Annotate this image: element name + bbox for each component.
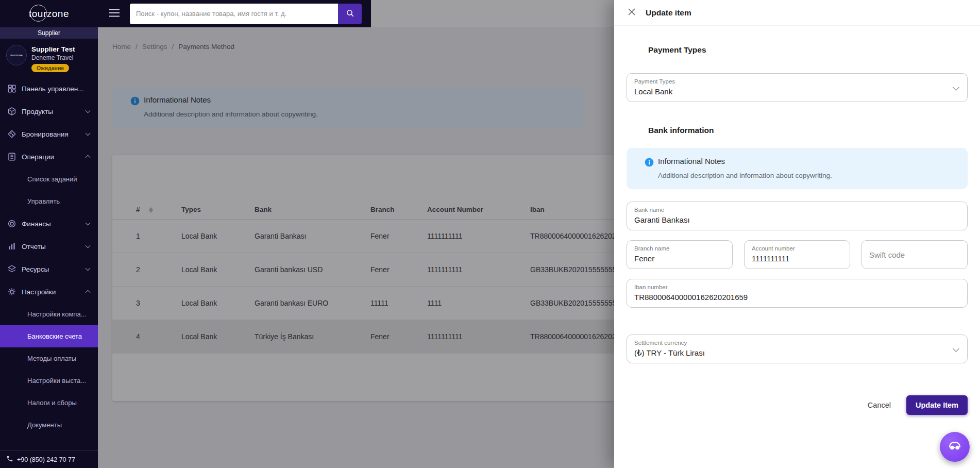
layers-icon: [7, 264, 16, 274]
phone-icon: [6, 455, 13, 464]
sidebar-item-dashboard[interactable]: Панель управлен...: [0, 77, 98, 100]
branch-name-field[interactable]: Branch name: [627, 240, 733, 269]
drawer-info-alert: Informational Notes Additional descripti…: [627, 148, 968, 189]
branch-name-input[interactable]: [634, 254, 725, 263]
sidebar-item-reports[interactable]: Отчеты: [0, 235, 98, 258]
sidebar-item-operations[interactable]: Операции: [0, 145, 98, 168]
bank-name-field[interactable]: Bank name: [627, 202, 968, 230]
sidebar-item-taxes-fees[interactable]: Налоги и сборы: [0, 392, 98, 414]
menu-toggle-button[interactable]: [107, 7, 122, 21]
bar-chart-icon: [7, 242, 16, 251]
drawer-title: Update item: [646, 8, 691, 18]
global-search: [130, 4, 362, 24]
package-icon: [7, 107, 16, 116]
bank-detail-row: Branch name Account number: [627, 240, 968, 269]
sidebar-item-invoice-settings[interactable]: Настройки выста...: [0, 370, 98, 392]
chevron-down-icon: [86, 131, 91, 136]
update-item-drawer: Update item Payment Types Payment Types …: [614, 0, 980, 468]
portal-label: Supplier: [0, 27, 98, 39]
alert-description: Additional description and information a…: [658, 171, 832, 181]
chevron-down-icon: [86, 266, 91, 271]
sidebar-item-manage[interactable]: Управлять: [0, 190, 98, 212]
bank-name-input[interactable]: [634, 215, 960, 224]
profile-name: Supplier Test: [31, 45, 75, 54]
account-number-input[interactable]: [752, 254, 842, 263]
drawer-header: Update item: [614, 0, 980, 26]
brand-logo: tourzone: [0, 0, 98, 27]
avatar: tourzone: [6, 45, 27, 65]
task-list-icon: [7, 152, 16, 161]
sidebar-item-task-list[interactable]: Список заданий: [0, 168, 98, 190]
sidebar-item-payment-methods[interactable]: Методы оплаты: [0, 347, 98, 370]
drawer-actions: Cancel Update Item: [627, 395, 968, 415]
sidebar-item-bank-accounts[interactable]: Банковские счета: [0, 325, 98, 347]
sidebar-item-company-settings[interactable]: Настройки компа...: [0, 303, 98, 325]
logo-ring-icon: [30, 5, 47, 22]
profile-company: Deneme Travel: [31, 54, 75, 62]
section-payment-types: Payment Types: [627, 45, 968, 55]
payment-types-value: Local Bank: [634, 87, 960, 96]
sidebar-item-bookings[interactable]: Бронирования: [0, 123, 98, 145]
sidebar-item-resources[interactable]: Ресурсы: [0, 258, 98, 280]
settlement-currency-value: (₺) TRY - Türk Lirası: [634, 348, 960, 358]
settlement-currency-select[interactable]: Settlement currency (₺) TRY - Türk Liras…: [627, 335, 968, 363]
iban-number-input[interactable]: [634, 293, 960, 302]
search-button[interactable]: [338, 4, 362, 24]
update-item-button[interactable]: Update Item: [906, 395, 968, 415]
swift-code-input[interactable]: [869, 250, 960, 259]
menu-icon: [109, 9, 120, 19]
info-icon: [644, 157, 654, 170]
sidebar-item-settings[interactable]: Настройки: [0, 280, 98, 303]
gear-icon: [7, 287, 16, 296]
close-icon: [628, 8, 635, 17]
search-input[interactable]: [130, 4, 338, 24]
chevron-up-icon: [86, 155, 91, 160]
account-number-field[interactable]: Account number: [744, 240, 850, 269]
alert-title: Informational Notes: [658, 156, 832, 166]
goggles-icon: [947, 439, 962, 456]
chevron-down-icon: [86, 221, 91, 226]
support-phone[interactable]: +90 (850) 242 70 77: [0, 450, 98, 468]
status-badge: Ожидание: [31, 64, 69, 72]
sidebar-item-products[interactable]: Продукты: [0, 100, 98, 123]
close-button[interactable]: [626, 6, 638, 20]
sidebar-item-finance[interactable]: Финансы: [0, 212, 98, 235]
payment-types-select[interactable]: Payment Types Local Bank: [627, 73, 968, 102]
ticket-icon: [7, 129, 16, 139]
feedback-widget-button[interactable]: [940, 432, 970, 462]
chevron-up-icon: [86, 290, 91, 295]
sidebar: tourzone Supplier tourzone Supplier Test…: [0, 0, 98, 468]
sidebar-item-documents[interactable]: Документы: [0, 414, 98, 436]
coin-icon: [7, 219, 16, 228]
user-profile: tourzone Supplier Test Deneme Travel Ожи…: [0, 39, 98, 77]
iban-number-field[interactable]: Iban number: [627, 279, 968, 308]
sidebar-menu: Панель управлен... Продукты Бронирования…: [0, 77, 98, 450]
dashboard-icon: [7, 84, 16, 93]
chevron-down-icon: [86, 108, 91, 113]
cancel-button[interactable]: Cancel: [860, 396, 898, 414]
search-icon: [346, 9, 354, 19]
swift-code-field[interactable]: [861, 240, 968, 269]
chevron-down-icon: [86, 243, 91, 248]
topbar: [98, 0, 371, 27]
section-bank-information: Bank information: [627, 126, 968, 135]
